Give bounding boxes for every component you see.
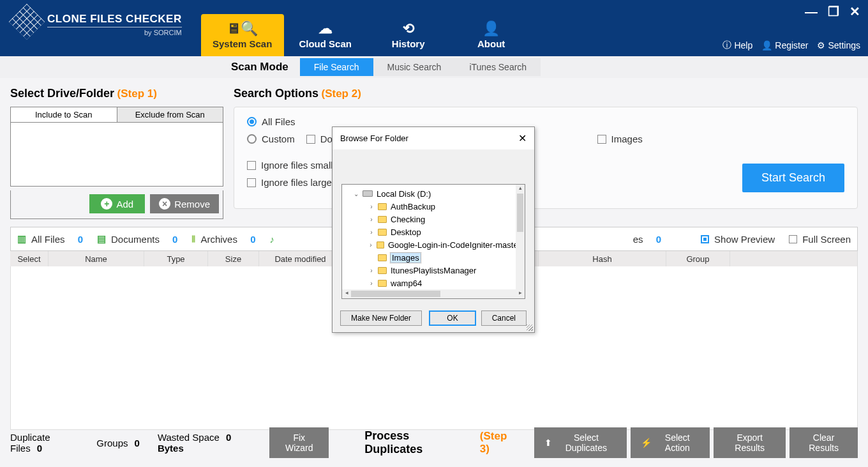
tree-folder[interactable]: ›Checking [346, 213, 521, 226]
info-icon: ⓘ [722, 40, 731, 51]
tree-folder[interactable]: ›Google-Login-in-CodeIgniter-master [346, 238, 521, 251]
folder-tree[interactable]: ⌄ Local Disk (D:) ›AuthBackup›Checking›D… [341, 184, 525, 299]
tab-about[interactable]: 👤 About [450, 14, 533, 56]
scroll-up-icon[interactable]: ▴ [516, 185, 525, 194]
app-title: CLONE FILES CHECKER [47, 13, 182, 27]
scroll-thumb[interactable] [517, 194, 523, 232]
tree-folder[interactable]: ›Desktop [346, 226, 521, 238]
full-screen-toggle[interactable]: Full Screen [789, 234, 851, 245]
col-select[interactable]: Select [10, 251, 49, 266]
expand-icon[interactable]: › [368, 203, 375, 210]
section-header: Select Drive/Folder (Step 1) [10, 87, 223, 100]
minimize-button[interactable]: — [802, 3, 820, 20]
expand-icon[interactable]: › [368, 216, 375, 223]
option-images[interactable]: Images [597, 134, 643, 144]
scroll-thumb[interactable] [351, 291, 440, 297]
bolt-icon: ⚡ [641, 438, 652, 448]
folder-icon [378, 203, 387, 210]
resize-handle[interactable] [527, 325, 533, 331]
history-icon: ⟲ [403, 22, 414, 36]
about-icon: 👤 [483, 22, 500, 36]
add-remove-buttons: +Add ×Remove [10, 190, 223, 219]
add-button[interactable]: +Add [89, 194, 145, 213]
dialog-titlebar[interactable]: Browse For Folder ✕ [333, 127, 534, 149]
help-link[interactable]: ⓘHelp [722, 40, 752, 51]
tree-scrollbar-vertical[interactable]: ▴ [516, 185, 525, 289]
filter-documents[interactable]: ▤Documents 0 [97, 233, 177, 245]
user-icon: 👤 [761, 40, 772, 50]
tab-label: System Scan [213, 38, 272, 49]
section-header: Search Options (Step 2) [234, 87, 858, 100]
col-size[interactable]: Size [208, 251, 259, 266]
scan-folder-list[interactable] [10, 123, 223, 187]
scan-mode-itunes[interactable]: iTunes Search [455, 58, 541, 76]
tree-folder[interactable]: ›ItunesPlaylistsManager [346, 264, 521, 277]
col-type[interactable]: Type [144, 251, 208, 266]
tree-folder[interactable]: Images [346, 251, 521, 264]
remove-button[interactable]: ×Remove [150, 194, 219, 213]
tab-exclude[interactable]: Exclude from Scan [117, 107, 223, 122]
dialog-buttons: Make New Folder OK Cancel [333, 305, 534, 332]
tab-include[interactable]: Include to Scan [11, 107, 117, 122]
x-icon: × [159, 198, 170, 210]
drive-icon [363, 190, 373, 197]
expand-icon[interactable]: › [368, 280, 375, 287]
filter-music[interactable]: ♪ [269, 234, 274, 245]
export-results-button[interactable]: Export Results [714, 427, 786, 458]
option-all-files[interactable]: All Files [247, 116, 844, 127]
tree-folder[interactable]: ›wamp64 [346, 277, 521, 289]
scan-mode-music[interactable]: Music Search [373, 58, 456, 76]
footer-buttons: ⬆Select Duplicates ⚡Select Action Export… [534, 427, 858, 458]
select-duplicates-button[interactable]: ⬆Select Duplicates [534, 427, 626, 458]
filter-es[interactable]: es 0 [633, 234, 661, 245]
col-name[interactable]: Name [49, 251, 144, 266]
tree-folder[interactable]: ›AuthBackup [346, 200, 521, 213]
tree-scrollbar-horizontal[interactable]: ◂ ▸ [342, 289, 525, 298]
collapse-icon[interactable]: ⌄ [352, 190, 360, 197]
filter-archives[interactable]: ⦀Archives 0 [191, 233, 255, 245]
plus-icon: + [101, 198, 112, 210]
show-preview-toggle[interactable]: Show Preview [701, 234, 775, 245]
scroll-right-icon[interactable]: ▸ [516, 289, 525, 298]
start-search-button[interactable]: Start Search [742, 164, 844, 192]
header-links: ⓘHelp 👤Register ⚙Settings [722, 40, 860, 51]
expand-icon[interactable]: › [368, 267, 375, 274]
music-icon: ♪ [269, 234, 274, 245]
ok-button[interactable]: OK [429, 310, 475, 326]
up-arrow-icon: ⬆ [544, 438, 552, 448]
clear-results-button[interactable]: Clear Results [789, 427, 858, 458]
folder-icon [378, 267, 387, 274]
cancel-button[interactable]: Cancel [481, 310, 527, 326]
logo-icon [9, 4, 45, 40]
expand-icon[interactable]: › [368, 229, 375, 236]
col-group[interactable]: Group [666, 251, 730, 266]
browse-folder-dialog: Browse For Folder ✕ ⌄ Local Disk (D:) ›A… [332, 126, 535, 333]
tree-drive[interactable]: ⌄ Local Disk (D:) [346, 187, 521, 200]
tab-history[interactable]: ⟲ History [367, 14, 450, 56]
settings-link[interactable]: ⚙Settings [817, 40, 860, 50]
close-button[interactable]: ✕ [847, 3, 863, 20]
fix-wizard-button[interactable]: Fix Wizard [269, 427, 329, 458]
option-custom[interactable]: Custom [247, 134, 295, 144]
scan-mode-file[interactable]: File Search [300, 58, 373, 76]
expand-icon[interactable]: › [368, 241, 374, 249]
maximize-button[interactable]: ❐ [825, 3, 842, 20]
checkbox-checked-icon [701, 235, 709, 243]
tree-inner: ⌄ Local Disk (D:) ›AuthBackup›Checking›D… [342, 185, 525, 292]
folder-icon [378, 280, 387, 287]
tab-cloud-scan[interactable]: ☁ Cloud Scan [284, 14, 367, 56]
col-hash[interactable]: Hash [539, 251, 666, 266]
archives-icon: ⦀ [191, 233, 195, 245]
select-action-button[interactable]: ⚡Select Action [631, 427, 710, 458]
checkbox-icon [247, 161, 256, 170]
dialog-close-button[interactable]: ✕ [518, 132, 527, 144]
tab-label: History [392, 38, 425, 49]
make-new-folder-button[interactable]: Make New Folder [340, 310, 422, 326]
scroll-left-icon[interactable]: ◂ [342, 289, 351, 298]
col-preview [730, 251, 858, 266]
filter-all-files[interactable]: ▥All Files 0 [17, 233, 83, 245]
col-date-modified[interactable]: Date modified [259, 251, 342, 266]
register-link[interactable]: 👤Register [761, 40, 808, 50]
tab-system-scan[interactable]: 🖥🔍 System Scan [201, 14, 284, 56]
step2-label: (Step 2) [321, 88, 361, 100]
